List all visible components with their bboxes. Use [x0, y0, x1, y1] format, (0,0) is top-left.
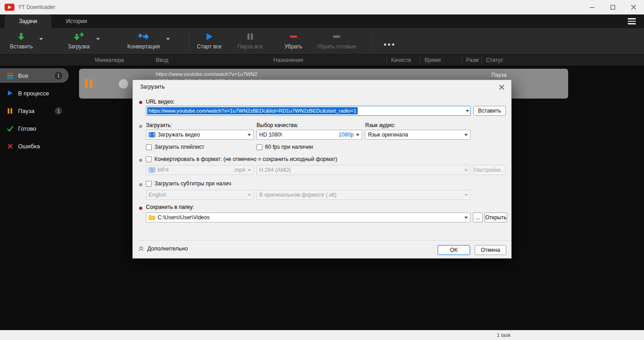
checkbox-box	[146, 156, 152, 162]
download-label: Загрузка	[68, 43, 90, 50]
url-input[interactable]: https://www.youtube.com/watch?v=1u7WN2zB…	[146, 106, 471, 116]
sidebar-item-in-progress[interactable]: В процессе	[0, 86, 69, 100]
sidebar-error-label: Ошибка	[18, 143, 40, 150]
required-dot	[139, 207, 142, 210]
optional-dot	[139, 125, 142, 128]
browse-folder-button[interactable]: ...	[473, 212, 483, 222]
tab-history[interactable]: История	[51, 14, 102, 28]
optional-dot	[139, 183, 142, 186]
pause-all-label: Пауза все	[238, 43, 263, 50]
column-quality[interactable]: Качеств	[391, 57, 411, 63]
list-column-header: Миниатюра Ввод Назначение Качеств Время …	[0, 54, 644, 66]
audio-language-select[interactable]: Язык оригинала	[365, 130, 471, 140]
sidebar-item-error[interactable]: Ошибка	[0, 139, 69, 153]
dialog-paste-button[interactable]: Вставить	[473, 106, 506, 116]
status-bar: 1 task	[0, 330, 644, 340]
play-icon	[205, 32, 214, 42]
remove-done-group: Убрать готовые	[317, 32, 356, 50]
sidebar-paused-label: Пауза	[18, 108, 34, 114]
convert-checkbox[interactable]: Конвертировать в формат: (не отмечено = …	[146, 156, 337, 162]
codec-select: H.264 (AMD)	[257, 165, 471, 175]
download-plus-icon	[73, 32, 84, 42]
cancel-button[interactable]: Отмена	[475, 245, 506, 255]
maximize-button[interactable]	[602, 0, 623, 14]
sidebar-item-all[interactable]: Все 1	[0, 68, 69, 83]
remove-done-button: Убрать готовые	[317, 32, 356, 50]
chevron-down-icon	[464, 169, 468, 171]
column-status[interactable]: Статус	[486, 57, 503, 63]
audio-label: Язык аудио:	[365, 122, 395, 128]
open-folder-button[interactable]: Открыть	[485, 212, 507, 222]
start-all-button[interactable]: Старт все	[197, 32, 222, 50]
dialog-title: Загрузить	[140, 84, 165, 90]
paste-dropdown-caret[interactable]	[39, 38, 43, 40]
sidebar-in-progress-label: В процессе	[18, 90, 49, 97]
checkbox-box	[146, 144, 152, 150]
advanced-toggle[interactable]: Дополнительно	[138, 246, 188, 252]
list-color-icon	[6, 73, 14, 79]
subtitles-checkbox[interactable]: Загрузить субтитры при налич	[146, 180, 231, 187]
more-actions-button[interactable]	[382, 42, 396, 47]
download-dropdown-caret[interactable]	[96, 38, 100, 40]
convert-button[interactable]: Конвертация	[127, 32, 160, 50]
minimize-button[interactable]	[582, 0, 602, 14]
pause-all-group: Пауза все	[238, 32, 263, 50]
toolbar: Вставить Загрузка Конвертация Старт все	[0, 28, 644, 54]
close-icon	[631, 5, 636, 10]
download-group: Загрузка	[68, 32, 100, 50]
chevrons-up-icon	[138, 246, 144, 251]
paste-label: Вставить	[10, 43, 33, 50]
dialog-close-button[interactable]	[497, 82, 507, 92]
column-input[interactable]: Ввод	[156, 57, 168, 63]
chevron-down-icon	[247, 169, 251, 171]
download-mode-select[interactable]: Загружать видео	[146, 130, 254, 140]
cross-red-icon	[6, 143, 14, 149]
column-thumbnail[interactable]: Миниатюра	[95, 57, 124, 63]
chevron-down-icon	[247, 134, 251, 136]
start-all-label: Старт все	[197, 43, 222, 50]
task-count: 1 task	[497, 332, 511, 338]
minus-gray-icon	[332, 32, 341, 42]
convert-dropdown-caret[interactable]	[166, 38, 170, 40]
column-size[interactable]: Разм	[466, 57, 479, 63]
download-button[interactable]: Загрузка	[68, 32, 90, 50]
paste-button[interactable]: Вставить	[10, 32, 33, 50]
task-status: Пауза	[491, 72, 506, 78]
quality-label: Выбор качества:	[257, 122, 299, 128]
chevron-down-icon	[464, 217, 468, 219]
tab-tasks-label: Задачи	[19, 18, 37, 24]
pause-gray-icon	[246, 32, 254, 42]
tab-tasks[interactable]: Задачи	[5, 14, 51, 28]
fps60-checkbox[interactable]: 60 fps при наличии	[257, 144, 313, 150]
ok-button[interactable]: OK	[438, 245, 470, 255]
sidebar-item-done[interactable]: Готово	[0, 121, 69, 136]
checkbox-box	[257, 144, 262, 150]
format-extension: .mp4	[233, 167, 245, 173]
tab-bar: Задачи История	[0, 14, 644, 28]
tab-history-label: История	[66, 18, 87, 24]
chevron-down-icon	[247, 194, 251, 196]
save-folder-label: Сохранить в папку:	[146, 204, 194, 210]
task-thumbnail-placeholder	[119, 79, 128, 89]
subtitle-language-select: English	[146, 190, 254, 200]
column-destination[interactable]: Назначение	[273, 57, 303, 63]
download-dialog: Загрузить URL видео: https://www.youtube…	[132, 80, 512, 259]
remove-button[interactable]: Убрать	[285, 32, 302, 50]
convert-format-select: MP4 .mp4	[146, 165, 254, 175]
pause-orange-icon	[6, 108, 14, 114]
playlist-checkbox[interactable]: Загрузить плейлист	[146, 144, 204, 150]
main-menu-button[interactable]	[626, 16, 638, 26]
sidebar-all-label: Все	[18, 72, 28, 79]
titlebar: YT Downloader	[0, 0, 644, 14]
remove-done-label: Убрать готовые	[317, 43, 356, 50]
paused-count-badge: 1	[55, 107, 62, 115]
window-controls	[582, 0, 644, 14]
save-folder-select[interactable]: C:\Users\User\Videos	[146, 212, 471, 222]
quality-select[interactable]: HD 1080\ 1080p	[257, 130, 362, 140]
maximize-icon	[610, 5, 616, 10]
chevron-down-icon[interactable]	[466, 110, 469, 112]
column-time[interactable]: Время	[425, 57, 441, 63]
quality-badge: 1080p	[339, 132, 354, 138]
close-button[interactable]	[623, 0, 644, 14]
sidebar-item-paused[interactable]: Пауза 1	[0, 104, 69, 118]
